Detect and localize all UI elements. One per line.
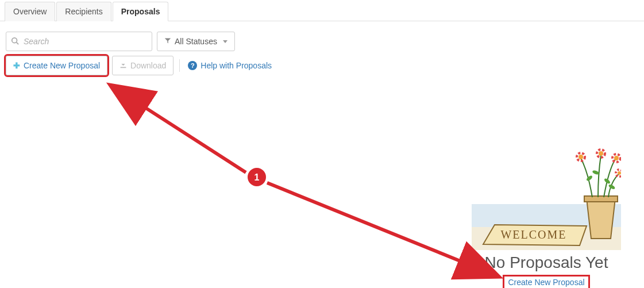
empty-state: WELCOME [466,147,627,288]
empty-state-heading: No Proposals Yet [466,254,627,272]
create-new-proposal-label: Create New Proposal [24,61,100,70]
search-input[interactable] [6,32,152,51]
search-wrapper [6,32,152,51]
download-button[interactable]: Download [112,56,173,75]
toolbar-separator [179,59,180,72]
svg-line-22 [267,183,497,276]
svg-point-12 [579,155,583,159]
svg-rect-7 [584,196,618,202]
svg-line-1 [17,43,19,45]
svg-point-0 [12,38,17,43]
tab-overview[interactable]: Overview [5,2,55,21]
plus-icon: ✚ [13,61,20,70]
search-icon [11,37,19,45]
download-icon [119,61,127,70]
chevron-down-icon [223,40,227,43]
tab-bar: Overview Recipients Proposals [0,1,644,21]
svg-point-18 [618,171,621,175]
toolbar-row-2: ✚ Create New Proposal Download ? Help wi… [0,56,644,80]
filter-icon [164,37,171,46]
svg-point-23 [247,167,267,187]
svg-text:1: 1 [254,172,260,182]
help-with-proposals-link[interactable]: ? Help with Proposals [186,57,274,74]
svg-point-14 [599,151,603,156]
svg-line-21 [112,86,246,172]
help-icon: ? [188,61,197,70]
filter-label: All Statuses [175,37,217,46]
tab-recipients[interactable]: Recipients [56,2,111,21]
svg-point-16 [614,156,619,160]
create-new-proposal-button[interactable]: ✚ Create New Proposal [6,56,107,75]
help-label: Help with Proposals [200,61,272,70]
tab-proposals[interactable]: Proposals [113,2,169,21]
welcome-illustration: WELCOME [472,147,621,250]
filter-all-statuses-button[interactable]: All Statuses [157,32,235,51]
svg-text:WELCOME: WELCOME [500,228,566,241]
svg-marker-2 [165,39,171,44]
empty-state-create-link[interactable]: Create New Proposal [504,277,588,288]
toolbar-row-1: All Statuses [0,21,644,56]
download-label: Download [130,61,166,70]
